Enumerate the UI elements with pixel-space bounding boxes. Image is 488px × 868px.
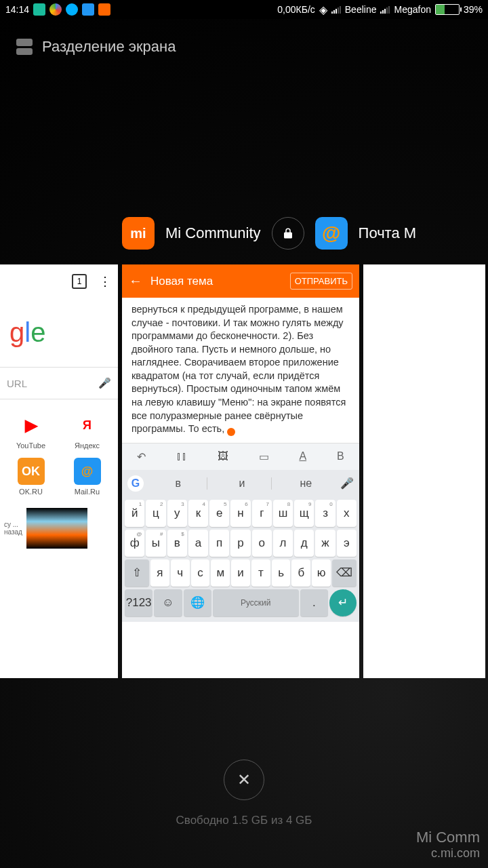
send-button[interactable]: ОТПРАВИТЬ (290, 273, 352, 290)
key-о[interactable]: о (252, 530, 272, 557)
app-title-mail: Почта M (359, 224, 417, 242)
suggest-1[interactable]: в (149, 477, 207, 490)
split-screen-button[interactable]: Разделение экрана (0, 19, 488, 75)
mic-icon[interactable]: 🎤 (98, 377, 111, 389)
key-л[interactable]: л (273, 530, 293, 557)
post-body[interactable]: вернуться к предыдущей программе, в наше… (122, 298, 359, 443)
enter-key[interactable]: ↵ (329, 589, 357, 616)
key-ц[interactable]: ц2 (146, 500, 165, 527)
split-screen-icon (16, 39, 33, 55)
news-card[interactable]: су ... назад (0, 508, 118, 549)
backspace-key[interactable]: ⌫ (332, 559, 357, 587)
key-н[interactable]: н6 (230, 500, 250, 527)
key-я[interactable]: я (150, 559, 169, 587)
key-т[interactable]: т (251, 559, 270, 587)
chrome-icon (49, 3, 62, 16)
key-д[interactable]: д (294, 530, 314, 557)
recent-card-mi-community[interactable]: ← Новая тема ОТПРАВИТЬ вернуться к преды… (122, 264, 359, 678)
key-с[interactable]: с (191, 559, 210, 587)
battery-icon (435, 4, 460, 15)
lock-icon (282, 227, 294, 239)
lock-button[interactable] (272, 217, 304, 250)
key-р[interactable]: р (230, 530, 250, 557)
recent-card-chrome[interactable]: 1 ⋮ gle URL 🎤 ▶YouTube ЯЯндекс OKOK.RU @… (0, 264, 118, 678)
app-notif-icon (33, 3, 45, 16)
image-icon[interactable]: 🖼 (218, 450, 228, 463)
key-ф[interactable]: ф@ (125, 530, 144, 557)
battery-pct: 39% (464, 4, 483, 15)
url-placeholder: URL (7, 378, 27, 389)
key-й[interactable]: й1 (125, 500, 144, 527)
key-к[interactable]: к4 (188, 500, 208, 527)
shortcut-mailru[interactable]: @Mail.Ru (63, 458, 111, 496)
key-ь[interactable]: ь (272, 559, 291, 587)
symbols-key[interactable]: ?123 (125, 589, 152, 616)
video-icon[interactable]: ▭ (259, 450, 269, 463)
notif-icon-3 (98, 3, 110, 16)
undo-icon[interactable]: ↶ (137, 450, 146, 463)
key-э[interactable]: э (337, 530, 357, 557)
shift-key[interactable]: ⇧ (125, 559, 149, 587)
key-е[interactable]: е5 (209, 500, 229, 527)
emoji-key[interactable]: ☺ (154, 589, 182, 616)
shortcut-okru[interactable]: OKOK.RU (7, 458, 55, 496)
status-bar: 14:14 0,00КБ/с ◈ Beeline Megafon 39% (0, 0, 488, 19)
post-header-title: Новая тема (150, 275, 213, 288)
shortcut-yandex[interactable]: ЯЯндекс (63, 412, 111, 450)
signal-icon-2 (380, 5, 390, 14)
key-п[interactable]: п (209, 530, 229, 557)
suggest-2[interactable]: и (213, 477, 271, 490)
back-button[interactable]: ← (129, 273, 142, 289)
suggest-3[interactable]: не (277, 477, 335, 490)
notif-icon (66, 3, 78, 16)
chrome-omnibox[interactable]: URL 🎤 (0, 367, 118, 399)
signal-icon-1 (331, 5, 341, 14)
quote-icon[interactable]: В (337, 450, 344, 463)
chart-icon[interactable]: ⫿⫿ (176, 450, 187, 463)
close-all-button[interactable]: ✕ (224, 760, 264, 800)
key-ч[interactable]: ч (171, 559, 190, 587)
app-title-mi: Mi Community (165, 224, 261, 242)
editor-toolbar: ↶ ⫿⫿ 🖼 ▭ А В (122, 443, 359, 470)
carrier-2: Megafon (394, 4, 430, 15)
key-ю[interactable]: ю (312, 559, 331, 587)
key-б[interactable]: б (291, 559, 310, 587)
text-style-icon[interactable]: А (299, 450, 306, 463)
data-rate: 0,00КБ/с (277, 4, 314, 15)
mailru-icon: @ (315, 217, 348, 250)
key-ш[interactable]: ш8 (273, 500, 293, 527)
google-suggest-icon[interactable]: G (127, 475, 144, 492)
split-screen-label: Разделение экрана (42, 38, 176, 56)
key-и[interactable]: и (231, 559, 250, 587)
voice-input-icon[interactable]: 🎤 (340, 477, 354, 490)
wifi-icon: ◈ (319, 3, 327, 16)
spacebar[interactable]: Русский (213, 589, 299, 616)
mi-community-icon: mi (122, 217, 155, 250)
key-м[interactable]: м (211, 559, 230, 587)
status-time: 14:14 (5, 4, 29, 15)
keyboard: й1ц2у3к4е5н6г7ш8щ9з0х ф@ы#в$апролджэ ⇧ я… (122, 497, 359, 622)
keyboard-suggest-row: G в и не 🎤 (122, 470, 359, 497)
carrier-1: Beeline (345, 4, 377, 15)
key-г[interactable]: г7 (252, 500, 272, 527)
language-key[interactable]: 🌐 (184, 589, 211, 616)
key-ы[interactable]: ы# (146, 530, 165, 557)
period-key[interactable]: . (300, 589, 328, 616)
news-thumbnail (26, 508, 87, 549)
key-в[interactable]: в$ (167, 530, 187, 557)
key-у[interactable]: у3 (167, 500, 187, 527)
key-ж[interactable]: ж (315, 530, 335, 557)
key-щ[interactable]: щ9 (294, 500, 314, 527)
free-memory-label: Свободно 1.5 GБ из 4 GБ (176, 814, 312, 827)
watermark: Mi Comm c.mi.com (416, 829, 480, 861)
key-х[interactable]: х (337, 500, 357, 527)
key-а[interactable]: а (188, 530, 208, 557)
google-logo: gle (0, 298, 118, 367)
key-з[interactable]: з0 (315, 500, 335, 527)
recent-card-mail[interactable] (363, 264, 485, 678)
notif-icon-2 (82, 3, 94, 16)
menu-icon[interactable]: ⋮ (99, 274, 111, 289)
text-cursor[interactable] (227, 428, 235, 436)
shortcut-youtube[interactable]: ▶YouTube (7, 412, 55, 450)
tab-count[interactable]: 1 (72, 274, 87, 289)
